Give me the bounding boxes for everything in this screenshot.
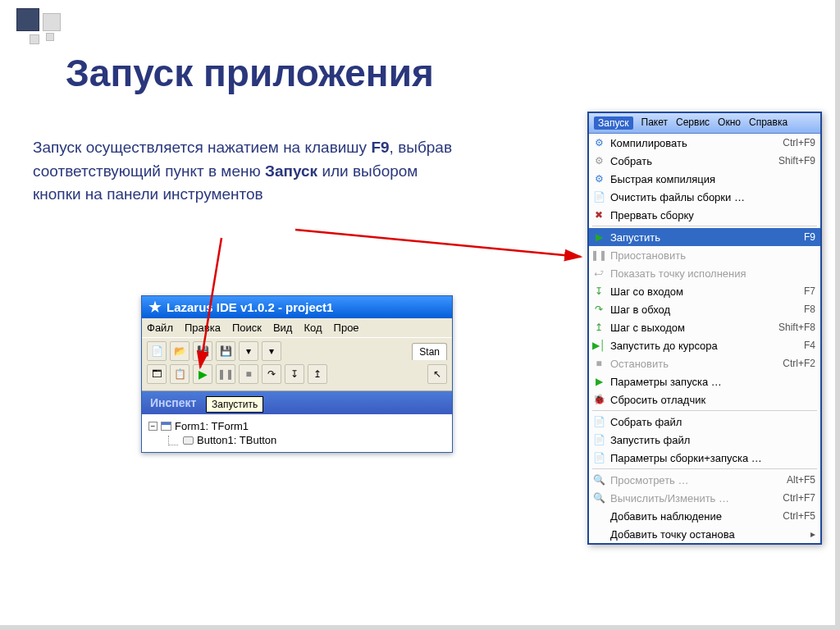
menu-item-icon: 📄: [592, 433, 605, 446]
menu-item-shortcut: F8: [804, 304, 815, 315]
menu-item[interactable]: ⚙КомпилироватьCtrl+F9: [589, 134, 820, 152]
menu-item-shortcut: Ctrl+F2: [783, 358, 815, 369]
menu-item-label: Добавить точку останова: [610, 528, 806, 541]
menu-item-label: Шаг в обход: [610, 304, 799, 316]
menu-item: ❚❚Приостановить: [589, 246, 820, 264]
menu-item-shortcut: Shift+F8: [778, 322, 815, 333]
menu-item[interactable]: ▶ЗапуститьF9: [589, 228, 820, 246]
menu-item-icon: ▶│: [592, 339, 605, 352]
menu-item-label: Приостановить: [610, 249, 810, 262]
tb-save-icon[interactable]: 💾: [193, 341, 212, 361]
top-menubar: Запуск Пакет Сервис Окно Справка: [589, 113, 820, 134]
menu-item-icon: [592, 527, 605, 541]
menu-item-icon: [592, 509, 605, 523]
pause-button[interactable]: ❚❚: [216, 364, 235, 384]
run-tooltip: Запустить: [206, 396, 263, 413]
tb-new-icon[interactable]: 📄: [147, 341, 167, 361]
menu-item[interactable]: 🐞Сбросить отладчик: [589, 390, 820, 409]
ide-menu-search[interactable]: Поиск: [232, 322, 262, 334]
menu-item-label: Параметры запуска …: [610, 376, 810, 388]
menu-item-shortcut: Shift+F9: [778, 155, 815, 167]
menu-item-shortcut: F4: [804, 340, 815, 351]
menu-item: 🔍Просмотреть …Alt+F5: [589, 471, 820, 489]
menu-item[interactable]: ↥Шаг с выходомShift+F8: [589, 318, 820, 336]
menu-item-icon: ⚙: [592, 172, 605, 185]
menu-item-shortcut: Ctrl+F9: [783, 137, 815, 148]
menu-item-icon: ⚙: [592, 154, 605, 167]
inspector-header: Инспект ов: [142, 391, 452, 414]
menu-item[interactable]: 📄Собрать файл: [589, 413, 820, 431]
ide-menu-view[interactable]: Вид: [273, 322, 293, 334]
tb-fwd-icon[interactable]: ▾: [262, 341, 281, 361]
tb-open-icon[interactable]: 📂: [170, 341, 189, 361]
menu-item-label: Сбросить отладчик: [610, 394, 810, 406]
menu-item-label: Прервать сборку: [610, 209, 810, 221]
menu-item[interactable]: ↷Шаг в обходF8: [589, 300, 820, 318]
menubar-help[interactable]: Справка: [749, 116, 788, 130]
menu-item-label: Шаг со входом: [610, 285, 799, 298]
menubar-run[interactable]: Запуск: [594, 116, 633, 130]
ide-menu-edit[interactable]: Правка: [185, 322, 221, 334]
cursor-icon[interactable]: ↖: [427, 364, 447, 384]
menu-item-icon: 📄: [592, 190, 605, 203]
form-icon: [161, 422, 171, 431]
menu-item[interactable]: 📄Параметры сборки+запуска …: [589, 449, 820, 467]
menu-item[interactable]: ↧Шаг со входомF7: [589, 282, 820, 300]
standard-tab[interactable]: Stan: [412, 343, 447, 360]
svg-line-1: [295, 230, 581, 257]
menubar-window[interactable]: Окно: [718, 116, 741, 130]
menu-item-label: Собрать файл: [610, 416, 810, 428]
menu-item[interactable]: Добавить наблюдениеCtrl+F5: [589, 507, 820, 525]
body-paragraph: Запуск осуществляется нажатием на клавиш…: [33, 136, 459, 207]
menu-item[interactable]: 📄Очистить файлы сборки …: [589, 188, 820, 206]
menu-item-label: Шаг с выходом: [610, 322, 774, 334]
menu-item-label: Компилировать: [610, 137, 778, 149]
menu-item-icon: ↥: [592, 321, 605, 334]
ide-menu-file[interactable]: Файл: [147, 322, 173, 334]
run-button[interactable]: ▶: [193, 364, 212, 384]
menu-item-icon: ⮐: [592, 267, 605, 280]
ide-menu-code[interactable]: Код: [304, 322, 322, 334]
menu-item-icon: ▶: [592, 231, 605, 244]
menu-item[interactable]: ⚙СобратьShift+F9: [589, 152, 820, 170]
menu-item-shortcut: ▸: [810, 528, 815, 540]
menu-item: ■ОстановитьCtrl+F2: [589, 354, 820, 372]
menu-item[interactable]: ▶Параметры запуска …: [589, 372, 820, 390]
tree-connector-icon: [168, 436, 178, 445]
lazarus-icon: [148, 301, 162, 314]
step-into-button[interactable]: ↧: [285, 364, 304, 384]
tb-units-icon[interactable]: 📋: [170, 364, 189, 384]
menu-item-icon: ▶: [592, 375, 605, 388]
ide-menu-project[interactable]: Прое: [334, 322, 359, 334]
ide-toolbar: 📄 📂 💾 💾 ▾ ▾ Stan 🗔 📋 ▶ ❚❚ ■ ↷ ↧ ↥ ↖: [142, 337, 452, 391]
slide-title: Запуск приложения: [66, 51, 434, 95]
menu-item[interactable]: ▶│Запустить до курсораF4: [589, 336, 820, 354]
ide-title-text: Lazarus IDE v1.0.2 - project1: [167, 300, 333, 314]
tree-row-button[interactable]: Button1: TButton: [148, 433, 445, 447]
tb-forms-icon[interactable]: 🗔: [147, 364, 167, 384]
step-over-button[interactable]: ↷: [262, 364, 281, 384]
tree-row-form[interactable]: − Form1: TForm1: [148, 419, 445, 433]
menu-item[interactable]: ✖Прервать сборку: [589, 206, 820, 224]
menubar-service[interactable]: Сервис: [676, 116, 710, 130]
menu-item-label: Запустить: [610, 231, 799, 244]
stop-button[interactable]: ■: [239, 364, 258, 384]
menu-item-label: Остановить: [610, 358, 778, 370]
menu-item-label: Параметры сборки+запуска …: [610, 452, 810, 464]
menubar-package[interactable]: Пакет: [641, 116, 668, 130]
collapse-icon[interactable]: −: [148, 422, 158, 431]
menu-item[interactable]: ⚙Быстрая компиляция: [589, 170, 820, 188]
tree-label: Button1: TButton: [197, 434, 276, 446]
step-out-button[interactable]: ↥: [308, 364, 327, 384]
button-icon: [183, 436, 194, 445]
tb-saveall-icon[interactable]: 💾: [216, 341, 235, 361]
menu-separator: [592, 410, 817, 411]
menu-item-icon: 🔍: [592, 491, 605, 504]
tb-back-icon[interactable]: ▾: [239, 341, 258, 361]
menu-item[interactable]: 📄Запустить файл: [589, 431, 820, 449]
menu-separator: [592, 468, 817, 469]
tree-label: Form1: TForm1: [175, 420, 249, 432]
menu-item-shortcut: Ctrl+F5: [783, 510, 815, 522]
object-tree: − Form1: TForm1 Button1: TButton: [142, 414, 452, 452]
menu-item[interactable]: Добавить точку останова▸: [589, 525, 820, 543]
